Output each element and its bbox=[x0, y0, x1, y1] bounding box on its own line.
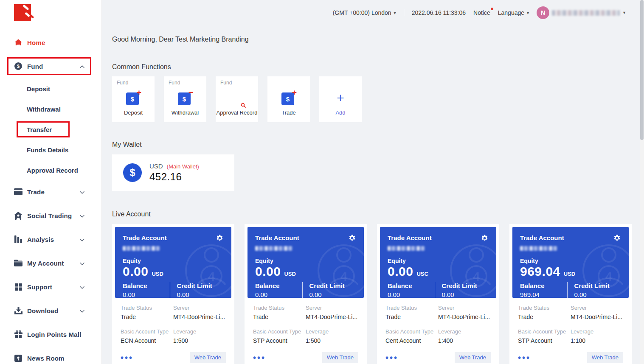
scrollbar-thumb[interactable] bbox=[640, 0, 644, 140]
server-label: Server bbox=[438, 305, 491, 311]
chevron-down-icon bbox=[80, 188, 84, 196]
account-card-title: Trade Account bbox=[255, 234, 299, 241]
sidebar-item-analysis[interactable]: Analysis bbox=[0, 232, 101, 247]
account-summary-panel: 4 Trade Account Equity 0.00 USC Balance bbox=[380, 227, 496, 298]
shortcut-card-withdrawal[interactable]: Fund $− Withdrawal bbox=[164, 76, 206, 122]
live-account-card: 4 Trade Account Equity 0.00 USD Balance bbox=[245, 224, 367, 364]
credit-limit-block: Credit Limit 0.00 bbox=[567, 282, 622, 298]
news-room-icon bbox=[14, 354, 22, 362]
chevron-down-icon bbox=[80, 259, 84, 267]
top-bar: (GMT +00:00) London ▾ 2022.06.16 11:33:0… bbox=[102, 0, 640, 25]
credit-limit-value: 0.00 bbox=[177, 291, 224, 298]
greeting-text: Good Morning, Dear Test Marketing Brandi… bbox=[112, 36, 640, 43]
account-type-label: Basic Account Type bbox=[121, 328, 173, 335]
sidebar-item-news-room[interactable]: News Room bbox=[0, 350, 101, 364]
language-selector[interactable]: Language ▾ bbox=[498, 9, 529, 16]
trade-status-label: Trade Status bbox=[253, 305, 306, 311]
sidebar-subitem-funds-details[interactable]: Funds Details bbox=[0, 143, 101, 156]
wallet-card-icon bbox=[14, 188, 22, 196]
leverage-label: Leverage bbox=[173, 328, 226, 335]
sidebar-item-login-points-mall[interactable]: Login Points Mall bbox=[0, 327, 101, 342]
sidebar-item-trade[interactable]: Trade bbox=[0, 184, 101, 199]
wallet-info: USD (Main Wallet) 452.16 bbox=[149, 162, 199, 183]
chevron-up-icon bbox=[80, 62, 84, 70]
account-card-title: Trade Account bbox=[123, 234, 167, 241]
chevron-down-icon bbox=[80, 283, 84, 291]
shortcut-card-deposit[interactable]: Fund $+ Deposit bbox=[112, 76, 155, 122]
credit-limit-value: 0.00 bbox=[309, 291, 357, 298]
web-trade-button[interactable]: Web Trade bbox=[322, 352, 358, 363]
server-label: Server bbox=[173, 305, 226, 311]
sidebar-item-download[interactable]: Download bbox=[0, 303, 101, 318]
more-options-button[interactable]: ••• bbox=[121, 356, 133, 360]
leverage-label: Leverage bbox=[438, 328, 491, 335]
sidebar-subitem-withdrawal[interactable]: Withdrawal bbox=[0, 103, 101, 115]
equity-label: Equity bbox=[520, 258, 621, 264]
web-trade-button[interactable]: Web Trade bbox=[190, 352, 226, 363]
gear-icon[interactable] bbox=[216, 234, 224, 244]
account-card-title: Trade Account bbox=[388, 234, 432, 241]
divider bbox=[404, 9, 404, 16]
app-window: Home $ Fund Deposit Withdrawal Transfer bbox=[0, 0, 644, 364]
web-trade-button[interactable]: Web Trade bbox=[455, 352, 491, 363]
sidebar-subitem-transfer[interactable]: Transfer bbox=[0, 123, 101, 136]
trade-status-value: Trade bbox=[518, 314, 571, 320]
sidebar-item-social-trading[interactable]: Social Trading bbox=[0, 208, 101, 223]
server-value: MT4-DooPrime-Li... bbox=[438, 314, 491, 320]
server-value: MT4-DooPrime-Li... bbox=[571, 314, 623, 320]
account-summary-panel: 4 Trade Account Equity 969.04 USD Balanc… bbox=[512, 227, 629, 298]
main-content: (GMT +00:00) London ▾ 2022.06.16 11:33:0… bbox=[102, 0, 640, 364]
notice-button[interactable]: Notice bbox=[473, 9, 490, 16]
sidebar-item-my-account[interactable]: My Account bbox=[0, 255, 101, 271]
download-icon bbox=[14, 306, 22, 315]
shortcut-label: Withdrawal bbox=[172, 109, 199, 116]
timezone-selector[interactable]: (GMT +00:00) London ▾ bbox=[333, 9, 396, 16]
more-options-button[interactable]: ••• bbox=[253, 356, 266, 360]
current-datetime: 2022.06.16 11:33:06 bbox=[412, 9, 466, 16]
sidebar-item-support[interactable]: Support bbox=[0, 279, 101, 294]
balance-label: Balance bbox=[123, 282, 170, 289]
withdrawal-icon: $− bbox=[178, 91, 192, 105]
shortcut-label: Trade bbox=[281, 109, 295, 116]
sidebar-subitem-approval-record[interactable]: Approval Record bbox=[0, 164, 101, 176]
notification-dot bbox=[491, 8, 493, 10]
balance-value: 0.00 bbox=[388, 291, 435, 298]
bar-chart-icon bbox=[14, 235, 22, 244]
gear-icon[interactable] bbox=[613, 234, 621, 244]
gift-icon bbox=[14, 330, 22, 339]
avatar[interactable]: N bbox=[537, 6, 549, 19]
gear-icon[interactable] bbox=[481, 234, 489, 244]
credit-limit-block: Credit Limit 0.00 bbox=[435, 282, 489, 298]
sidebar-item-label: Home bbox=[27, 39, 45, 46]
account-type-value: STP Account bbox=[518, 337, 571, 344]
leverage-label: Leverage bbox=[306, 328, 358, 335]
account-number-redacted bbox=[388, 246, 425, 251]
server-label: Server bbox=[571, 305, 623, 311]
sidebar-subitem-deposit[interactable]: Deposit bbox=[0, 82, 101, 95]
wallet-card[interactable]: $ USD (Main Wallet) 452.16 bbox=[112, 154, 234, 191]
shortcut-card-add[interactable]: + Add bbox=[319, 76, 362, 122]
vertical-scrollbar[interactable] bbox=[640, 0, 644, 364]
more-options-button[interactable]: ••• bbox=[518, 356, 531, 360]
gear-icon[interactable] bbox=[348, 234, 356, 244]
sidebar-item-label: News Room bbox=[27, 355, 65, 362]
more-options-button[interactable]: ••• bbox=[385, 356, 398, 360]
user-menu[interactable]: N ▼ bbox=[537, 6, 626, 19]
fund-icon: $ bbox=[14, 62, 22, 70]
sidebar-item-fund[interactable]: $ Fund bbox=[0, 59, 101, 74]
brand-logo-icon[interactable] bbox=[14, 4, 31, 21]
credit-limit-block: Credit Limit 0.00 bbox=[170, 282, 224, 298]
equity-value: 0.00 bbox=[123, 264, 148, 279]
wallet-main-tag: (Main Wallet) bbox=[167, 163, 199, 170]
timezone-label: (GMT +00:00) London bbox=[333, 9, 391, 16]
leverage-value: 1:500 bbox=[306, 337, 358, 344]
chevron-down-icon bbox=[80, 212, 84, 219]
sidebar-subitem-label: Funds Details bbox=[27, 146, 68, 154]
sidebar-item-home[interactable]: Home bbox=[0, 35, 101, 50]
shortcut-card-trade[interactable]: $+ Trade bbox=[267, 76, 310, 122]
trade-status-value: Trade bbox=[121, 314, 173, 320]
shortcut-card-approval-record[interactable]: Fund Approval Record bbox=[216, 76, 258, 122]
server-value: MT4-DooPrime-Li... bbox=[173, 314, 226, 320]
web-trade-button[interactable]: Web Trade bbox=[587, 352, 623, 363]
server-label: Server bbox=[306, 305, 358, 311]
